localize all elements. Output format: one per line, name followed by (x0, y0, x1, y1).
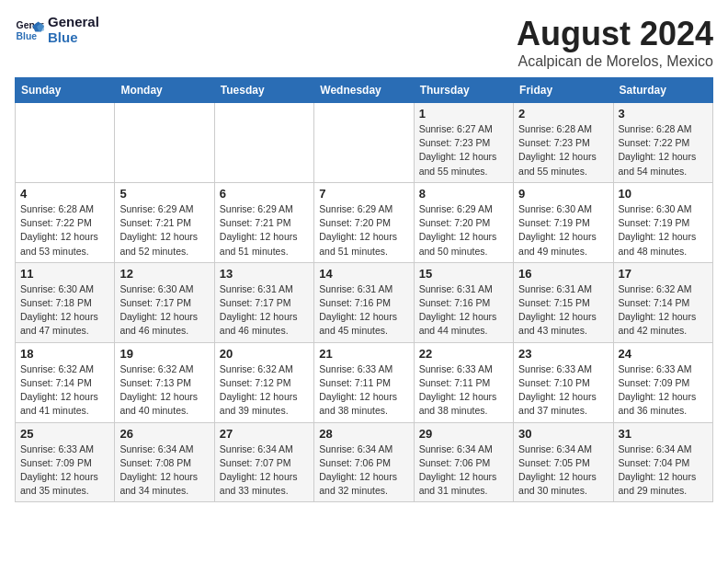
week-row-1: 1Sunrise: 6:27 AMSunset: 7:23 PMDaylight… (16, 103, 713, 183)
day-number: 31 (619, 427, 708, 441)
calendar-cell: 16Sunrise: 6:31 AMSunset: 7:15 PMDayligh… (514, 262, 613, 342)
calendar-cell: 1Sunrise: 6:27 AMSunset: 7:23 PMDaylight… (414, 103, 513, 183)
weekday-header-sunday: Sunday (16, 78, 115, 103)
day-info: Sunrise: 6:33 AMSunset: 7:10 PMDaylight:… (518, 362, 608, 419)
weekday-header-friday: Friday (514, 78, 613, 103)
day-number: 12 (119, 267, 209, 281)
calendar-cell: 30Sunrise: 6:34 AMSunset: 7:05 PMDayligh… (514, 422, 613, 502)
calendar-cell: 24Sunrise: 6:33 AMSunset: 7:09 PMDayligh… (613, 342, 712, 422)
day-number: 25 (20, 427, 109, 441)
svg-text:Blue: Blue (17, 30, 38, 40)
logo-icon: General Blue (15, 16, 44, 45)
calendar-cell: 21Sunrise: 6:33 AMSunset: 7:11 PMDayligh… (314, 342, 414, 422)
calendar-table: SundayMondayTuesdayWednesdayThursdayFrid… (15, 77, 713, 502)
day-info: Sunrise: 6:28 AMSunset: 7:22 PMDaylight:… (20, 202, 109, 259)
day-number: 3 (619, 107, 708, 121)
calendar-cell: 6Sunrise: 6:29 AMSunset: 7:21 PMDaylight… (214, 182, 313, 262)
day-info: Sunrise: 6:32 AMSunset: 7:14 PMDaylight:… (619, 282, 708, 339)
day-info: Sunrise: 6:29 AMSunset: 7:20 PMDaylight:… (419, 202, 508, 259)
calendar-cell: 26Sunrise: 6:34 AMSunset: 7:08 PMDayligh… (115, 422, 214, 502)
calendar-cell: 31Sunrise: 6:34 AMSunset: 7:04 PMDayligh… (613, 422, 712, 502)
day-info: Sunrise: 6:31 AMSunset: 7:16 PMDaylight:… (419, 282, 508, 339)
weekday-header-wednesday: Wednesday (314, 78, 414, 103)
calendar-cell: 14Sunrise: 6:31 AMSunset: 7:16 PMDayligh… (314, 262, 414, 342)
week-row-2: 4Sunrise: 6:28 AMSunset: 7:22 PMDaylight… (16, 182, 713, 262)
day-number: 24 (619, 347, 708, 361)
day-info: Sunrise: 6:32 AMSunset: 7:13 PMDaylight:… (119, 362, 209, 419)
day-number: 28 (319, 427, 408, 441)
logo-line1: General (48, 15, 99, 30)
calendar-cell: 25Sunrise: 6:33 AMSunset: 7:09 PMDayligh… (16, 422, 115, 502)
logo-line2: Blue (48, 30, 99, 46)
day-number: 5 (119, 187, 209, 201)
day-number: 17 (619, 267, 708, 281)
title-area: August 2024 Acalpican de Morelos, Mexico (517, 15, 713, 70)
weekday-header-thursday: Thursday (414, 78, 513, 103)
month-title: August 2024 (517, 15, 713, 53)
calendar-cell: 19Sunrise: 6:32 AMSunset: 7:13 PMDayligh… (115, 342, 214, 422)
logo: General Blue General Blue (15, 15, 99, 45)
day-number: 26 (119, 427, 209, 441)
calendar-cell: 8Sunrise: 6:29 AMSunset: 7:20 PMDaylight… (414, 182, 513, 262)
calendar-cell: 4Sunrise: 6:28 AMSunset: 7:22 PMDaylight… (16, 182, 115, 262)
day-info: Sunrise: 6:29 AMSunset: 7:20 PMDaylight:… (319, 202, 408, 259)
calendar-cell: 12Sunrise: 6:30 AMSunset: 7:17 PMDayligh… (115, 262, 214, 342)
calendar-cell: 28Sunrise: 6:34 AMSunset: 7:06 PMDayligh… (314, 422, 414, 502)
location-subtitle: Acalpican de Morelos, Mexico (517, 53, 713, 70)
day-info: Sunrise: 6:32 AMSunset: 7:12 PMDaylight:… (220, 362, 309, 419)
calendar-cell (115, 103, 214, 183)
calendar-cell: 29Sunrise: 6:34 AMSunset: 7:06 PMDayligh… (414, 422, 513, 502)
calendar-cell: 10Sunrise: 6:30 AMSunset: 7:19 PMDayligh… (613, 182, 712, 262)
calendar-cell: 11Sunrise: 6:30 AMSunset: 7:18 PMDayligh… (16, 262, 115, 342)
day-info: Sunrise: 6:30 AMSunset: 7:19 PMDaylight:… (619, 202, 708, 259)
day-number: 2 (518, 107, 608, 121)
day-info: Sunrise: 6:34 AMSunset: 7:06 PMDaylight:… (319, 442, 408, 499)
day-info: Sunrise: 6:27 AMSunset: 7:23 PMDaylight:… (419, 122, 508, 178)
calendar-cell: 17Sunrise: 6:32 AMSunset: 7:14 PMDayligh… (613, 262, 712, 342)
calendar-cell: 2Sunrise: 6:28 AMSunset: 7:23 PMDaylight… (514, 103, 613, 183)
day-info: Sunrise: 6:29 AMSunset: 7:21 PMDaylight:… (119, 202, 209, 259)
calendar-cell: 22Sunrise: 6:33 AMSunset: 7:11 PMDayligh… (414, 342, 513, 422)
day-number: 20 (220, 347, 309, 361)
day-info: Sunrise: 6:31 AMSunset: 7:17 PMDaylight:… (220, 282, 309, 339)
week-row-5: 25Sunrise: 6:33 AMSunset: 7:09 PMDayligh… (16, 422, 713, 502)
day-number: 15 (419, 267, 508, 281)
day-info: Sunrise: 6:31 AMSunset: 7:15 PMDaylight:… (518, 282, 608, 339)
day-number: 21 (319, 347, 408, 361)
calendar-cell: 9Sunrise: 6:30 AMSunset: 7:19 PMDaylight… (514, 182, 613, 262)
day-number: 27 (220, 427, 309, 441)
day-info: Sunrise: 6:34 AMSunset: 7:04 PMDaylight:… (619, 442, 708, 499)
day-info: Sunrise: 6:28 AMSunset: 7:23 PMDaylight:… (518, 122, 608, 178)
weekday-header-monday: Monday (115, 78, 214, 103)
day-info: Sunrise: 6:33 AMSunset: 7:11 PMDaylight:… (319, 362, 408, 419)
calendar-cell: 3Sunrise: 6:28 AMSunset: 7:22 PMDaylight… (613, 103, 712, 183)
day-info: Sunrise: 6:32 AMSunset: 7:14 PMDaylight:… (20, 362, 109, 419)
day-info: Sunrise: 6:34 AMSunset: 7:05 PMDaylight:… (518, 442, 608, 499)
day-info: Sunrise: 6:30 AMSunset: 7:19 PMDaylight:… (518, 202, 608, 259)
day-info: Sunrise: 6:33 AMSunset: 7:09 PMDaylight:… (20, 442, 109, 499)
day-info: Sunrise: 6:30 AMSunset: 7:18 PMDaylight:… (20, 282, 109, 339)
day-number: 7 (319, 187, 408, 201)
day-info: Sunrise: 6:31 AMSunset: 7:16 PMDaylight:… (319, 282, 408, 339)
day-number: 13 (220, 267, 309, 281)
day-info: Sunrise: 6:34 AMSunset: 7:06 PMDaylight:… (419, 442, 508, 499)
day-number: 8 (419, 187, 508, 201)
calendar-cell: 5Sunrise: 6:29 AMSunset: 7:21 PMDaylight… (115, 182, 214, 262)
day-number: 22 (419, 347, 508, 361)
calendar-cell: 23Sunrise: 6:33 AMSunset: 7:10 PMDayligh… (514, 342, 613, 422)
day-number: 6 (220, 187, 309, 201)
day-number: 30 (518, 427, 608, 441)
page-header: General Blue General Blue August 2024 Ac… (15, 15, 713, 70)
week-row-3: 11Sunrise: 6:30 AMSunset: 7:18 PMDayligh… (16, 262, 713, 342)
calendar-cell: 7Sunrise: 6:29 AMSunset: 7:20 PMDaylight… (314, 182, 414, 262)
day-info: Sunrise: 6:28 AMSunset: 7:22 PMDaylight:… (619, 122, 708, 178)
day-number: 16 (518, 267, 608, 281)
day-number: 18 (20, 347, 109, 361)
day-info: Sunrise: 6:33 AMSunset: 7:11 PMDaylight:… (419, 362, 508, 419)
day-number: 1 (419, 107, 508, 121)
day-info: Sunrise: 6:30 AMSunset: 7:17 PMDaylight:… (119, 282, 209, 339)
calendar-cell: 13Sunrise: 6:31 AMSunset: 7:17 PMDayligh… (214, 262, 313, 342)
calendar-cell (16, 103, 115, 183)
calendar-cell (314, 103, 414, 183)
day-number: 29 (419, 427, 508, 441)
